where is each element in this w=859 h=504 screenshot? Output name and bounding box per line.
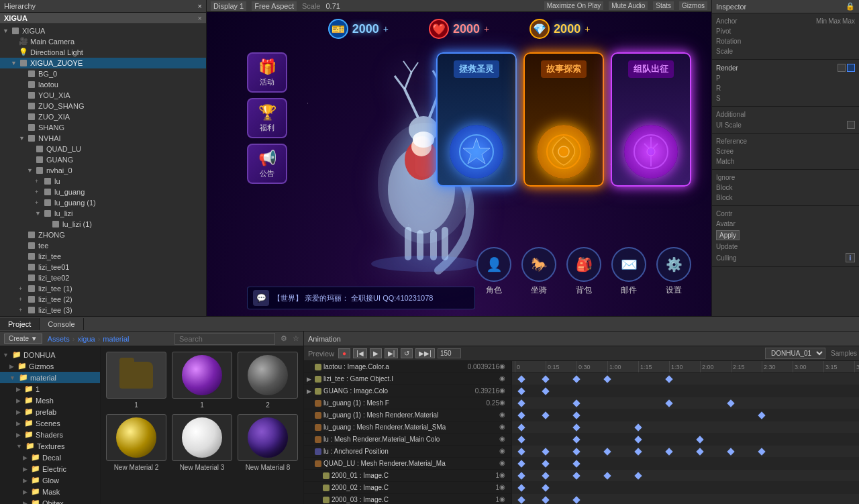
- hierarchy-item-lu[interactable]: +lu: [0, 176, 206, 187]
- play-btn[interactable]: ▶: [370, 348, 382, 358]
- card-team[interactable]: 组队出征: [611, 52, 691, 187]
- project-tree-item-Objtex[interactable]: ▶📁Objtex: [0, 497, 100, 504]
- timeline-row-5[interactable]: [512, 434, 859, 446]
- hierarchy-item-guang[interactable]: GUANG: [0, 154, 206, 165]
- keyframe[interactable]: [572, 448, 580, 455]
- keyframe[interactable]: [517, 436, 525, 443]
- project-star-icon[interactable]: ☆: [293, 334, 299, 343]
- inspector-lock-icon[interactable]: 🔒: [846, 2, 855, 11]
- keyframe[interactable]: [542, 411, 549, 419]
- timeline-row-6[interactable]: [512, 446, 859, 458]
- keyframe[interactable]: [603, 472, 611, 479]
- project-tree-item-Decal[interactable]: ▶📁Decal: [0, 452, 100, 463]
- anim-track-6[interactable]: lu : Mesh Renderer.Material_Main Colo◉: [304, 434, 511, 446]
- project-search[interactable]: [174, 333, 275, 345]
- timeline-row-2[interactable]: [512, 397, 859, 409]
- announcement-btn[interactable]: 📢 公告: [247, 144, 287, 184]
- keyframe[interactable]: [572, 375, 580, 383]
- keyframe[interactable]: [572, 496, 580, 503]
- next-frame-btn[interactable]: ▶|: [385, 348, 399, 358]
- track-record-2[interactable]: ◉: [499, 387, 509, 396]
- keyframe[interactable]: [665, 399, 672, 407]
- hierarchy-item-xigua_zuoye[interactable]: ▼XIGUA_ZUOYE: [0, 58, 206, 68]
- hierarchy-item-lizi_tee_2[interactable]: +lizi_tee (2): [0, 294, 206, 305]
- hierarchy-item-zuo_xia[interactable]: ZUO_XIA: [0, 111, 206, 122]
- keyframe[interactable]: [665, 448, 672, 455]
- keyframe[interactable]: [572, 411, 580, 419]
- keyframe[interactable]: [542, 375, 549, 383]
- render-checkbox[interactable]: [847, 64, 855, 72]
- track-record-3[interactable]: ◉: [499, 399, 509, 408]
- mute-btn[interactable]: Mute Audio: [609, 1, 648, 10]
- timeline-row-7[interactable]: [512, 458, 859, 470]
- maximize-btn[interactable]: Maximize On Play: [544, 1, 604, 10]
- frame-input[interactable]: [438, 348, 461, 358]
- project-tree-item-Mask[interactable]: ▶📁Mask: [0, 486, 100, 497]
- anim-track-5[interactable]: lu_guang : Mesh Renderer.Material_SMa◉: [304, 421, 511, 434]
- keyframe[interactable]: [542, 496, 549, 503]
- keyframe[interactable]: [603, 448, 611, 455]
- keyframe[interactable]: [696, 436, 703, 443]
- anim-track-2[interactable]: ▶GUANG : Image.Colo0.39216◉: [304, 385, 511, 397]
- timeline-row-4[interactable]: [512, 421, 859, 434]
- keyframe[interactable]: [727, 448, 734, 455]
- track-record-8[interactable]: ◉: [499, 459, 509, 468]
- project-tree-item-DONHUA[interactable]: ▼📁DONHUA: [0, 349, 100, 360]
- hierarchy-item-lizi_tee[interactable]: lizi_tee: [0, 251, 206, 262]
- settings-icon-btn[interactable]: ⚙️ 设置: [656, 247, 691, 296]
- project-tree-item-Shaders[interactable]: ▶📁Shaders: [0, 429, 100, 440]
- anim-track-10[interactable]: 2000_02 : Image.C1◉: [304, 482, 511, 494]
- keyframe[interactable]: [542, 448, 549, 455]
- asset-new-mat-2[interactable]: New Material 2: [106, 414, 166, 471]
- track-record-7[interactable]: ◉: [499, 447, 509, 456]
- anim-track-9[interactable]: 2000_01 : Image.C1◉: [304, 470, 511, 482]
- card-story[interactable]: 故事探索: [523, 52, 604, 187]
- keyframe[interactable]: [572, 436, 580, 443]
- keyframe[interactable]: [517, 484, 525, 491]
- track-record-6[interactable]: ◉: [499, 435, 509, 444]
- hierarchy-close[interactable]: ×: [198, 2, 202, 10]
- hierarchy-item-xigua_root[interactable]: ▼XIGUA: [0, 26, 206, 36]
- keyframe[interactable]: [517, 423, 525, 431]
- keyframe[interactable]: [542, 472, 549, 479]
- hierarchy-item-lu_lizi_1[interactable]: lu_lizi (1): [0, 219, 206, 230]
- breadcrumb-xigua[interactable]: xigua: [77, 335, 95, 343]
- animation-timeline[interactable]: 00:150:301:001:151:302:002:152:303:003:1…: [512, 361, 859, 504]
- keyframe[interactable]: [542, 460, 549, 467]
- timeline-row-8[interactable]: [512, 470, 859, 482]
- keyframe[interactable]: [634, 448, 642, 455]
- ui-toggle[interactable]: [847, 121, 855, 129]
- keyframe[interactable]: [517, 411, 525, 419]
- anim-track-7[interactable]: lu : Anchored Position◉: [304, 446, 511, 458]
- hierarchy-item-bg_0[interactable]: BG_0: [0, 68, 206, 79]
- track-record-11[interactable]: ◉: [499, 495, 509, 505]
- character-icon-btn[interactable]: 👤 角色: [476, 247, 511, 296]
- anim-track-11[interactable]: 2000_03 : Image.C1◉: [304, 494, 511, 504]
- hierarchy-item-tee[interactable]: tee: [0, 240, 206, 251]
- project-tree-item-Gizmos[interactable]: ▶📁Gizmos: [0, 360, 100, 372]
- project-tree-item-prefab[interactable]: ▶📁prefab: [0, 406, 100, 417]
- hierarchy-item-dir_light[interactable]: 💡Directional Light: [0, 47, 206, 58]
- hierarchy-item-main_camera[interactable]: 🎥Main Camera: [0, 36, 206, 47]
- timeline-row-9[interactable]: [512, 482, 859, 494]
- project-tab[interactable]: Project: [0, 318, 40, 330]
- xigua-close-icon[interactable]: ×: [198, 14, 202, 22]
- asset-new-mat-8[interactable]: New Material 8: [238, 414, 298, 471]
- keyframe[interactable]: [572, 423, 580, 431]
- keyframe[interactable]: [572, 472, 580, 479]
- resolution-label[interactable]: Free Aspect: [252, 1, 297, 11]
- project-tree-item-1[interactable]: ▶📁1: [0, 383, 100, 395]
- anim-track-8[interactable]: QUAD_LU : Mesh Renderer.Material_Ma◉: [304, 458, 511, 470]
- keyframe[interactable]: [572, 460, 580, 467]
- anim-track-1[interactable]: ▶lizi_tee : Game Object.I◉: [304, 373, 511, 385]
- hierarchy-item-nvhai_0[interactable]: ▼nvhai_0: [0, 165, 206, 176]
- hierarchy-item-quad_lu[interactable]: QUAD_LU: [0, 144, 206, 154]
- record-btn[interactable]: ●: [338, 348, 350, 358]
- welfare-btn[interactable]: 🏆 福利: [247, 98, 287, 138]
- track-record-10[interactable]: ◉: [499, 483, 509, 493]
- hierarchy-item-you_xia[interactable]: YOU_XIA: [0, 90, 206, 101]
- timeline-row-10[interactable]: [512, 494, 859, 504]
- asset-new-mat-3[interactable]: New Material 3: [172, 414, 232, 471]
- keyframe[interactable]: [572, 399, 580, 407]
- track-record-1[interactable]: ◉: [499, 374, 509, 384]
